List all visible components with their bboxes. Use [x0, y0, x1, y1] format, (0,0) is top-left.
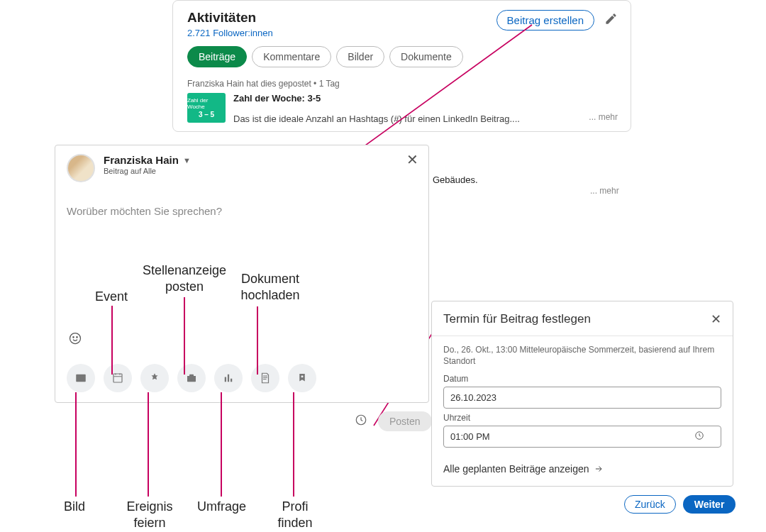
author-avatar[interactable]	[67, 154, 95, 182]
date-input[interactable]	[443, 387, 721, 409]
label-ereignis: Ereignis feiern	[124, 499, 175, 531]
background-text: Gebäudes.	[433, 174, 478, 185]
next-button[interactable]: Weiter	[683, 495, 736, 514]
svg-point-4	[77, 337, 77, 338]
activity-panel: Aktivitäten 2.721 Follower:innen Beitrag…	[172, 0, 631, 132]
svg-point-2	[70, 333, 81, 344]
audience-caret-icon[interactable]: ▼	[183, 156, 191, 165]
ann-line-dokument	[257, 306, 258, 375]
ann-line-stellen	[184, 297, 185, 375]
more-link[interactable]: ... mehr	[589, 112, 618, 122]
label-profi: Profi finden	[274, 499, 316, 531]
tab-images[interactable]: Bilder	[336, 46, 384, 67]
edit-icon[interactable]	[604, 12, 618, 28]
ann-line-profi	[293, 392, 294, 497]
badge-icon[interactable]	[288, 364, 316, 392]
compose-action-row	[67, 364, 316, 392]
schedule-title: Termin für Beitrag festlegen	[443, 312, 591, 326]
tab-posts[interactable]: Beiträge	[187, 46, 247, 67]
schedule-clock-icon[interactable]	[355, 414, 367, 429]
post-title: Zahl der Woche: 3-5	[233, 93, 618, 104]
activity-title: Aktivitäten	[187, 10, 273, 26]
ann-line-umfrage	[221, 392, 222, 497]
label-bild: Bild	[64, 499, 85, 515]
time-input[interactable]	[443, 426, 721, 448]
view-scheduled-link[interactable]: Alle geplanten Beiträge anzeigen	[443, 463, 721, 475]
document-icon[interactable]	[251, 364, 279, 392]
compose-placeholder[interactable]: Worüber möchten Sie sprechen?	[67, 205, 417, 217]
background-more[interactable]: ... mehr	[590, 186, 619, 196]
image-icon[interactable]	[67, 364, 95, 392]
svg-point-5	[301, 375, 304, 377]
svg-point-3	[73, 337, 74, 338]
author-name[interactable]: Franziska Hain	[104, 154, 179, 166]
back-button[interactable]: Zurück	[624, 495, 676, 514]
followers-count[interactable]: 2.721 Follower:innen	[187, 28, 273, 38]
close-icon[interactable]: ✕	[406, 151, 418, 168]
ann-line-ereignis	[148, 392, 149, 497]
posten-button[interactable]: Posten	[378, 411, 432, 431]
tab-comments[interactable]: Kommentare	[252, 46, 331, 67]
schedule-dialog: Termin für Beitrag festlegen ✕ Do., 26. …	[431, 301, 733, 487]
emoji-button[interactable]	[68, 331, 82, 348]
schedule-close-icon[interactable]: ✕	[711, 311, 721, 327]
time-label: Uhrzeit	[443, 413, 721, 423]
tab-documents[interactable]: Dokumente	[389, 46, 463, 67]
post-item[interactable]: Zahl der Woche 3 – 5 Zahl der Woche: 3-5…	[187, 93, 618, 124]
post-excerpt: Das ist die ideale Anzahl an Hashtags (#…	[233, 113, 618, 124]
poll-icon[interactable]	[214, 364, 243, 392]
post-thumbnail: Zahl der Woche 3 – 5	[187, 93, 226, 123]
briefcase-icon[interactable]	[177, 364, 206, 392]
audience-label: Beitrag auf Alle	[104, 167, 191, 175]
celebrate-icon[interactable]	[140, 364, 169, 392]
calendar-icon[interactable]	[104, 364, 132, 392]
label-dokument: Dokument hochladen	[231, 271, 309, 303]
ann-line-bild	[75, 392, 77, 497]
time-picker-icon[interactable]	[694, 431, 704, 443]
label-event: Event	[95, 289, 128, 305]
schedule-hint: Do., 26. Okt., 13:00 Mitteleuropäische S…	[443, 345, 721, 367]
label-umfrage: Umfrage	[197, 499, 246, 515]
label-stellen: Stellenanzeige posten	[142, 262, 227, 294]
activity-tabs: Beiträge Kommentare Bilder Dokumente	[187, 46, 618, 67]
ann-line-event	[111, 306, 113, 375]
date-label: Datum	[443, 374, 721, 384]
post-meta: Franziska Hain hat dies gepostet • 1 Tag	[187, 79, 618, 89]
create-post-button[interactable]: Beitrag erstellen	[496, 10, 594, 31]
